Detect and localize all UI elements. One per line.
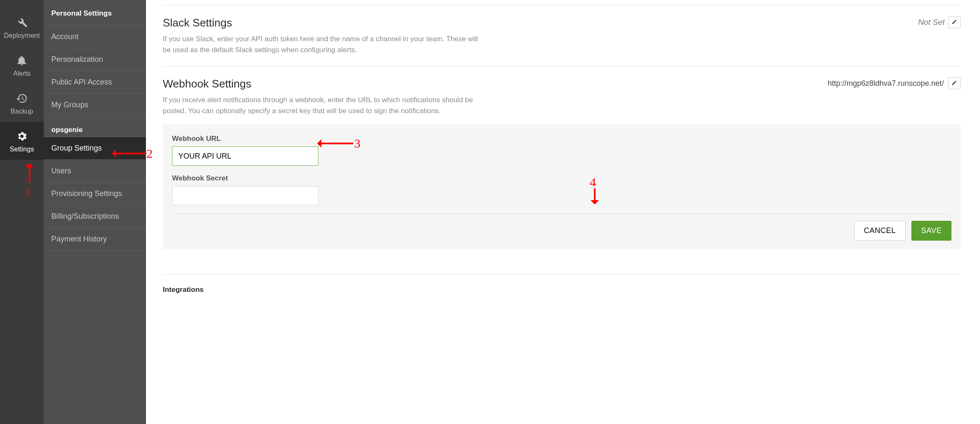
sidebar-item-provisioning[interactable]: Provisioning Settings: [44, 182, 146, 205]
slack-title: Slack Settings: [163, 16, 482, 29]
sidebar-group-label: opsgenie: [44, 117, 146, 137]
gear-icon: [0, 130, 44, 142]
rail-item-deployment[interactable]: Deployment: [0, 8, 44, 46]
webhook-title: Webhook Settings: [163, 77, 482, 90]
rail-item-alerts[interactable]: Alerts: [0, 46, 44, 84]
divider: [172, 214, 951, 214]
slack-description: If you use Slack, enter your API auth to…: [163, 34, 482, 55]
sidebar-item-my-groups[interactable]: My Groups: [44, 93, 146, 117]
webhook-url-label: Webhook URL: [172, 135, 951, 143]
bell-icon: [0, 55, 44, 66]
settings-sidebar: Personal Settings Account Personalizatio…: [44, 0, 146, 424]
divider: [163, 5, 961, 5]
webhook-description: If you receive alert notifications throu…: [163, 95, 482, 116]
edit-slack-button[interactable]: [948, 16, 961, 28]
history-icon: [0, 93, 44, 104]
webhook-secret-input[interactable]: [172, 186, 318, 205]
rail-label: Settings: [0, 146, 44, 153]
divider: [163, 66, 961, 66]
sidebar-item-group-settings[interactable]: Group Settings: [44, 137, 146, 159]
sidebar-section-title: Personal Settings: [44, 0, 146, 25]
webhook-section-header: Webhook Settings If you receive alert no…: [163, 77, 961, 116]
icon-rail: Deployment Alerts Backup Settings: [0, 0, 44, 424]
pencil-icon: [951, 80, 957, 87]
slack-section-header: Slack Settings If you use Slack, enter y…: [163, 16, 961, 55]
rail-label: Backup: [0, 108, 44, 115]
rail-label: Deployment: [0, 32, 44, 40]
rail-label: Alerts: [0, 70, 44, 77]
pencil-icon: [951, 19, 957, 26]
main-content: Slack Settings If you use Slack, enter y…: [146, 0, 980, 302]
sidebar-item-public-api[interactable]: Public API Access: [44, 71, 146, 93]
rail-item-settings[interactable]: Settings: [0, 122, 44, 160]
sidebar-item-billing[interactable]: Billing/Subscriptions: [44, 205, 146, 228]
cancel-button[interactable]: CANCEL: [854, 221, 906, 241]
edit-webhook-button[interactable]: [948, 77, 961, 89]
webhook-form: Webhook URL Webhook Secret CANCEL SAVE: [163, 125, 961, 249]
webhook-url-input[interactable]: [172, 146, 318, 166]
integrations-heading: Integrations: [163, 286, 961, 294]
slack-status-text: Not Set: [918, 18, 945, 27]
sidebar-item-personalization[interactable]: Personalization: [44, 48, 146, 71]
rail-item-backup[interactable]: Backup: [0, 84, 44, 122]
divider: [163, 274, 961, 275]
webhook-secret-label: Webhook Secret: [172, 174, 951, 183]
sidebar-item-users[interactable]: Users: [44, 159, 146, 182]
webhook-url-text: http://mgp6z8ldhva7.runscope.net/: [828, 79, 944, 88]
wrench-icon: [0, 17, 44, 29]
sidebar-item-account[interactable]: Account: [44, 25, 146, 48]
sidebar-item-payment-history[interactable]: Payment History: [44, 228, 146, 251]
save-button[interactable]: SAVE: [911, 221, 951, 241]
slack-status: Not Set: [918, 16, 961, 28]
webhook-current-url: http://mgp6z8ldhva7.runscope.net/: [828, 77, 961, 89]
